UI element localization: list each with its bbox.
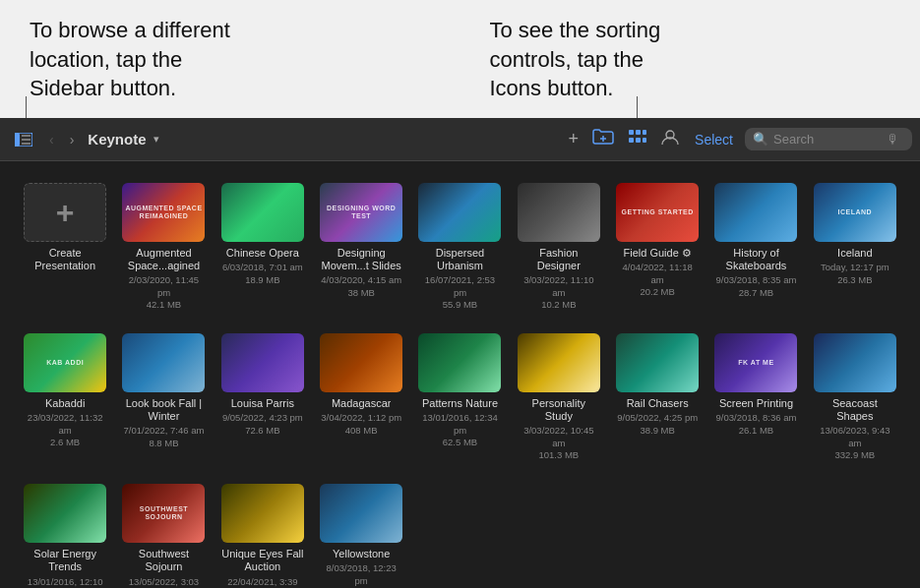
- breadcrumb-keynote[interactable]: Keynote: [84, 129, 150, 149]
- item-size-screen: 26.1 MB: [739, 425, 773, 436]
- select-button[interactable]: Select: [689, 130, 739, 149]
- grid-item-create[interactable]: +Create Presentation: [20, 177, 110, 316]
- item-size-personality: 101.3 MB: [538, 449, 579, 460]
- item-title-unique: Unique Eyes Fall Auction: [221, 548, 304, 573]
- thumbnail-unique: [221, 484, 304, 543]
- item-date-solar: 13/01/2016, 12:10 pm: [24, 576, 106, 589]
- grid-item-patterns[interactable]: Patterns Nature13/01/2016, 12:34 pm62.5 …: [414, 327, 505, 466]
- thumbnail-screen: FK AT ME: [714, 333, 797, 392]
- grid-icon: [628, 129, 647, 149]
- grid-item-history[interactable]: History of Skateboards9/03/2018, 8:35 am…: [710, 177, 801, 316]
- mic-icon[interactable]: 🎙: [887, 132, 899, 147]
- thumbnail-iceland: ICELAND: [814, 183, 896, 242]
- thumbnail-field: GETTING STARTED: [616, 183, 699, 242]
- item-date-iceland: Today, 12:17 pm: [821, 262, 889, 273]
- annotation-area: To browse a differentlocation, tap theSi…: [0, 0, 920, 118]
- item-size-lookbook: 8.8 MB: [149, 438, 178, 448]
- item-title-madagascar: Madagascar: [332, 397, 392, 410]
- item-size-field: 20.2 MB: [640, 286, 674, 297]
- item-title-seacoast: Seacoast Shapes: [814, 397, 896, 423]
- item-date-history: 9/03/2018, 8:35 am: [716, 274, 797, 286]
- item-title-field: Field Guide ⚙: [624, 247, 692, 260]
- grid-item-screen[interactable]: FK AT MEScreen Printing9/03/2018, 8:36 a…: [710, 327, 801, 466]
- item-date-augmented: 2/03/2020, 11:45 pm: [122, 274, 205, 299]
- grid-item-louisa[interactable]: Louisa Parris9/05/2022, 4:23 pm72.6 MB: [217, 327, 308, 466]
- thumbnail-southwest: SOUTHWEST SOJOURN: [122, 484, 205, 543]
- grid-item-kabaddi[interactable]: KAB ADDIKabaddi23/03/2022, 11:32 am2.6 M…: [20, 327, 110, 466]
- item-size-augmented: 42.1 MB: [147, 299, 181, 310]
- thumbnail-chinese: [221, 183, 304, 242]
- grid-item-madagascar[interactable]: Madagascar3/04/2022, 1:12 pm408 MB: [316, 327, 406, 466]
- item-title-designing: Designing Movem...t Slides: [320, 247, 402, 272]
- item-date-patterns: 13/01/2016, 12:34 pm: [418, 412, 501, 437]
- item-date-lookbook: 7/01/2022, 7:46 am: [124, 425, 205, 437]
- search-bar: 🔍 🎙: [745, 128, 912, 150]
- grid-item-unique[interactable]: Unique Eyes Fall Auction22/04/2021, 3:39…: [217, 478, 308, 588]
- grid-item-iceland[interactable]: ICELANDIcelandToday, 12:17 pm26.3 MB: [810, 177, 900, 316]
- new-folder-button[interactable]: [588, 124, 618, 154]
- item-size-kabaddi: 2.6 MB: [50, 437, 80, 447]
- grid-item-southwest[interactable]: SOUTHWEST SOJOURNSouthwest Sojourn13/05/…: [118, 478, 209, 588]
- svg-rect-10: [629, 138, 634, 143]
- back-button[interactable]: ‹: [43, 128, 60, 151]
- item-date-louisa: 9/05/2022, 4:23 pm: [222, 412, 303, 424]
- sidebar-icon: [15, 133, 32, 147]
- toolbar-right: +: [565, 124, 912, 154]
- item-title-iceland: Iceland: [837, 247, 872, 260]
- thumbnail-madagascar: [320, 333, 402, 392]
- person-icon: [661, 128, 679, 150]
- item-date-designing: 4/03/2020, 4:15 am: [321, 274, 401, 286]
- item-date-unique: 22/04/2021, 3:39 am: [221, 576, 304, 589]
- svg-rect-9: [643, 130, 646, 135]
- grid-item-designing[interactable]: DESIGNING WORD TESTDesigning Movem...t S…: [316, 177, 406, 316]
- item-size-patterns: 62.5 MB: [443, 437, 477, 447]
- grid-item-chinese[interactable]: Chinese Opera6/03/2018, 7:01 am18.9 MB: [217, 177, 308, 316]
- breadcrumb: Keynote ▾: [84, 129, 560, 149]
- item-size-fashion: 10.2 MB: [541, 299, 576, 310]
- item-size-designing: 38 MB: [347, 287, 374, 298]
- account-button[interactable]: [657, 124, 683, 154]
- item-title-kabaddi: Kabaddi: [45, 397, 85, 410]
- svg-rect-12: [643, 138, 646, 143]
- item-title-fashion: Fashion Designer: [518, 247, 600, 272]
- thumbnail-history: [714, 183, 797, 242]
- svg-rect-7: [629, 130, 634, 135]
- grid-item-solar[interactable]: Solar Energy Trends13/01/2016, 12:10 pm1…: [20, 478, 110, 588]
- item-size-history: 28.7 MB: [739, 287, 773, 298]
- grid-item-seacoast[interactable]: Seacoast Shapes13/06/2023, 9:43 am332.9 …: [810, 327, 900, 466]
- grid-item-fashion[interactable]: Fashion Designer3/03/2022, 11:10 am10.2 …: [514, 177, 604, 316]
- item-size-seacoast: 332.9 MB: [834, 449, 875, 460]
- item-title-personality: Personality Study: [518, 397, 600, 423]
- item-title-yellowstone: Yellowstone: [333, 548, 390, 560]
- folder-plus-icon: [592, 128, 614, 150]
- item-size-iceland: 26.3 MB: [837, 274, 872, 285]
- grid-item-rail[interactable]: Rail Chasers9/05/2022, 4:25 pm38.9 MB: [612, 327, 703, 466]
- annotation-right: To see the sortingcontrols, tap theIcons…: [431, 12, 891, 103]
- file-grid: +Create PresentationAUGMENTED SPACE REIM…: [20, 177, 900, 588]
- add-button[interactable]: +: [565, 125, 583, 153]
- forward-icon: ›: [70, 132, 75, 147]
- grid-item-lookbook[interactable]: Look book Fall | Winter7/01/2022, 7:46 a…: [118, 327, 209, 466]
- thumbnail-designing: DESIGNING WORD TEST: [320, 183, 402, 242]
- grid-item-augmented[interactable]: AUGMENTED SPACE REIMAGINEDAugmented Spac…: [118, 177, 209, 316]
- item-title-rail: Rail Chasers: [627, 397, 689, 410]
- grid-item-dispersed[interactable]: Dispersed Urbanism16/07/2021, 2:53 pm55.…: [414, 177, 505, 316]
- grid-item-field[interactable]: GETTING STARTEDField Guide ⚙4/04/2022, 1…: [612, 177, 703, 316]
- search-input[interactable]: [773, 132, 882, 147]
- item-title-history: History of Skateboards: [714, 247, 797, 272]
- item-size-madagascar: 408 MB: [345, 425, 378, 436]
- item-date-seacoast: 13/06/2023, 9:43 am: [814, 425, 896, 449]
- grid-item-personality[interactable]: Personality Study3/03/2022, 10:45 am101.…: [514, 327, 604, 466]
- item-title-southwest: Southwest Sojourn: [122, 548, 205, 573]
- grid-view-button[interactable]: [624, 125, 651, 153]
- forward-button[interactable]: ›: [64, 128, 81, 151]
- content-area: +Create PresentationAUGMENTED SPACE REIM…: [0, 161, 920, 588]
- search-icon: 🔍: [753, 132, 768, 147]
- item-title-dispersed: Dispersed Urbanism: [418, 247, 501, 272]
- item-title-patterns: Patterns Nature: [422, 397, 498, 410]
- thumbnail-kabaddi: KAB ADDI: [24, 333, 106, 392]
- item-date-personality: 3/03/2022, 10:45 am: [518, 425, 600, 449]
- grid-item-yellowstone[interactable]: Yellowstone8/03/2018, 12:23 pm236.5 MB: [316, 478, 406, 588]
- sidebar-button[interactable]: [8, 126, 39, 153]
- svg-rect-1: [15, 133, 20, 147]
